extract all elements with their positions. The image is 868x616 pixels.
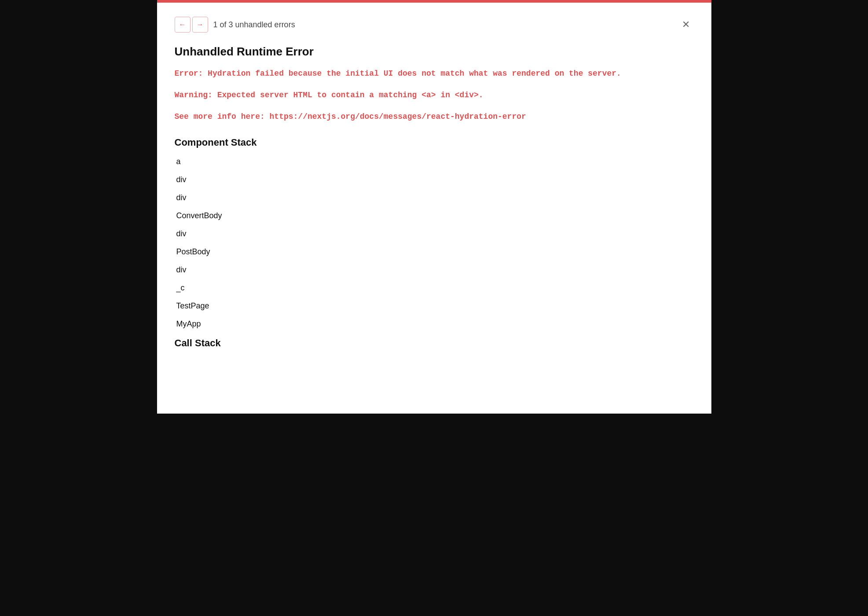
error-modal: ← → 1 of 3 unhandled errors ✕ Unhandled … bbox=[157, 0, 711, 414]
component-stack: a div div ConvertBody div PostBody div _… bbox=[175, 157, 694, 329]
stack-item: MyApp bbox=[175, 319, 694, 329]
close-button[interactable]: ✕ bbox=[678, 17, 694, 33]
error-link[interactable]: See more info here: https://nextjs.org/d… bbox=[175, 110, 694, 123]
component-stack-title: Component Stack bbox=[175, 137, 694, 148]
next-error-button[interactable]: → bbox=[192, 17, 208, 33]
arrow-left-icon: ← bbox=[179, 21, 186, 29]
stack-item: div bbox=[175, 193, 694, 202]
close-icon: ✕ bbox=[682, 19, 690, 30]
call-stack-title: Call Stack bbox=[175, 337, 694, 349]
error-message: Error: Hydration failed because the init… bbox=[175, 67, 694, 80]
nav-buttons: ← → bbox=[175, 17, 208, 33]
stack-item: div bbox=[175, 175, 694, 184]
prev-error-button[interactable]: ← bbox=[175, 17, 190, 33]
stack-item: a bbox=[175, 157, 694, 166]
stack-item: div bbox=[175, 229, 694, 238]
error-title: Unhandled Runtime Error bbox=[175, 45, 694, 59]
stack-item: TestPage bbox=[175, 301, 694, 311]
stack-item: div bbox=[175, 265, 694, 275]
arrow-right-icon: → bbox=[197, 21, 204, 29]
error-count-label: 1 of 3 unhandled errors bbox=[213, 20, 673, 29]
modal-overlay: ← → 1 of 3 unhandled errors ✕ Unhandled … bbox=[0, 0, 868, 616]
stack-item: ConvertBody bbox=[175, 211, 694, 220]
stack-item: PostBody bbox=[175, 247, 694, 257]
modal-header: ← → 1 of 3 unhandled errors ✕ bbox=[175, 17, 694, 33]
error-warning: Warning: Expected server HTML to contain… bbox=[175, 89, 694, 102]
stack-item: _c bbox=[175, 283, 694, 293]
